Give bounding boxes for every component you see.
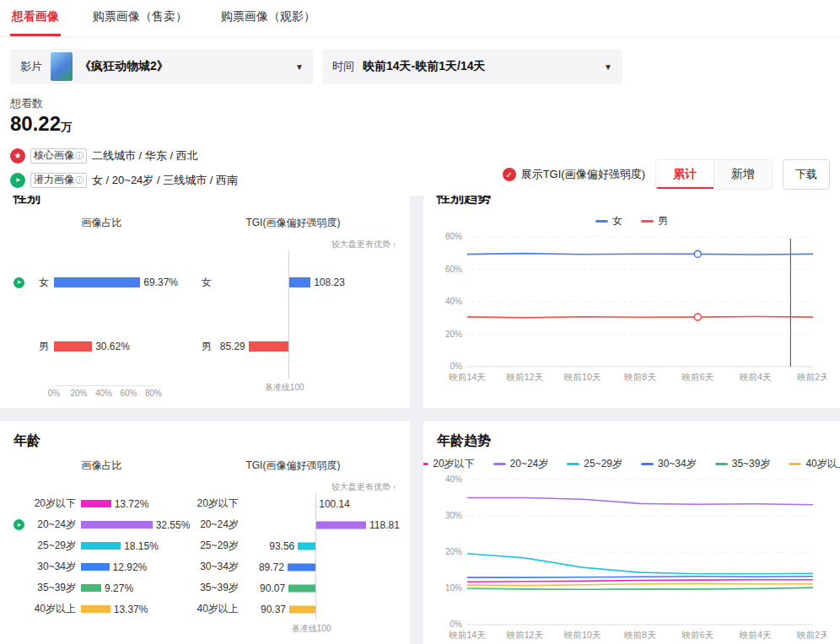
x-tick-label: 映前8天 — [624, 630, 656, 640]
header: 想看画像 购票画像（售卖） 购票画像（观影） 影片 《疯狂动物城2》 ▼ 时间 … — [0, 0, 840, 196]
bar — [54, 341, 92, 352]
value-label: 32.55% — [156, 519, 191, 531]
bar — [288, 277, 310, 287]
up-arrow-icon: ↑ — [392, 483, 396, 492]
baseline-line — [315, 493, 316, 620]
bar-row: 40岁以上13.37% — [13, 598, 190, 620]
y-tick-label: 80% — [445, 232, 462, 241]
time-select-label: 时间 — [332, 59, 354, 74]
age-charts: 画像占比 20岁以下13.72%➤20~24岁32.55%25~29岁18.15… — [13, 459, 396, 635]
legend-item[interactable]: 20~24岁 — [493, 457, 549, 471]
tab-ticket-profile-watch[interactable]: 购票画像（观影） — [219, 0, 317, 36]
core-profile-tag[interactable]: 核心画像ⓘ — [30, 148, 87, 164]
tgi-row: 25~29岁93.56 — [190, 535, 396, 556]
x-tick-label: 映前12天 — [507, 630, 544, 640]
legend-dash-icon — [789, 463, 801, 465]
filter-bar: 影片 《疯狂动物城2》 ▼ 时间 映前14天-映前1天/14天 ▼ — [10, 49, 830, 84]
movie-poster — [51, 52, 73, 81]
age-tgi-section: TGI(画像偏好强弱度) 较大盘更有优势↑20岁以下100.1420~24岁11… — [190, 459, 396, 635]
bar-track: 18.15% — [81, 540, 169, 552]
value-label: 12.92% — [113, 561, 148, 573]
want-count-label: 想看数 — [10, 96, 830, 111]
value-label: 18.15% — [124, 540, 159, 552]
legend-label: 30~34岁 — [658, 457, 697, 471]
legend-item[interactable]: 40岁以上 — [789, 457, 840, 471]
x-axis: 0%20%40%60%80% — [54, 385, 153, 399]
toggle-cumulative[interactable]: 累计 — [656, 160, 713, 189]
want-count-stat: 想看数 80.22万 — [10, 96, 830, 137]
panel-age: 年龄 画像占比 20岁以下13.72%➤20~24岁32.55%25~29岁18… — [0, 421, 410, 644]
bar — [81, 584, 101, 592]
potential-marker-icon: ➤ — [13, 277, 24, 288]
legend-item[interactable]: 30~34岁 — [641, 457, 697, 471]
gender-share-chart: ➤女69.37%男30.62%0%20%40%60%80% — [13, 239, 190, 399]
star-icon: ★ — [10, 148, 25, 164]
x-tick-label: 映前8天 — [624, 372, 656, 382]
tgi-rows: 20岁以下100.1420~24岁118.8125~29岁93.5630~34岁… — [190, 493, 396, 620]
x-tick-label: 映前10天 — [564, 372, 601, 382]
movie-select-label: 影片 — [20, 59, 42, 74]
x-tick-label: 映前6天 — [682, 372, 714, 382]
info-icon: ⓘ — [75, 174, 83, 186]
movie-select[interactable]: 影片 《疯狂动物城2》 ▼ — [10, 49, 314, 84]
legend-item[interactable]: 男 — [641, 214, 668, 228]
bar-track: 69.37% — [54, 276, 153, 288]
x-tick-label: 映前14天 — [449, 630, 486, 640]
tgi-row: 40岁以上90.37 — [190, 598, 396, 620]
axis-tick-label: 40% — [95, 389, 112, 398]
series-line-40岁以上 — [467, 583, 813, 585]
spacer — [13, 239, 190, 250]
download-button[interactable]: 下载 — [783, 159, 830, 190]
y-tick-label: 20% — [445, 547, 462, 556]
legend-item[interactable]: 35~39岁 — [715, 457, 771, 471]
x-tick-label: 映前2天 — [797, 630, 827, 640]
bar — [81, 500, 111, 507]
category-label: 35~39岁 — [27, 581, 76, 595]
bar-track: 32.55% — [81, 519, 169, 531]
series-line-男 — [467, 317, 813, 318]
bar-track: 13.37% — [81, 604, 169, 615]
bar-row: ➤20~24岁32.55% — [13, 514, 190, 535]
core-profile-desc: 二线城市 / 华东 / 西北 — [92, 148, 198, 164]
category-label: 男 — [27, 340, 49, 354]
legend-dash-icon — [641, 463, 654, 465]
time-select-value: 映前14天-映前1天/14天 — [363, 59, 485, 74]
series-line-35~39岁 — [467, 588, 813, 589]
legend-item[interactable]: 25~29岁 — [567, 457, 622, 471]
potential-profile-tag[interactable]: 潜力画像ⓘ — [30, 173, 87, 188]
trend-svg: 0%20%40%60%80%映前14天映前12天映前10天映前8天映前6天映前4… — [437, 230, 827, 387]
series-marker-女 — [694, 250, 701, 257]
potential-profile-desc: 女 / 20~24岁 / 三线城市 / 西南 — [92, 173, 238, 188]
bar-row: 25~29岁18.15% — [13, 535, 190, 556]
value-label: 69.37% — [143, 276, 178, 288]
legend-dash-icon — [423, 463, 428, 465]
value-label: 85.29 — [220, 341, 245, 352]
bar — [81, 521, 153, 529]
gender-share-section: 画像占比 ➤女69.37%男30.62%0%20%40%60%80% — [13, 216, 190, 399]
tgi-rows: 女108.23男85.29 — [190, 250, 396, 378]
gender-share-title: 画像占比 — [13, 216, 190, 230]
y-tick-label: 40% — [445, 475, 462, 484]
movie-select-value: 《疯狂动物城2》 — [79, 59, 169, 74]
tab-ticket-profile-sale[interactable]: 购票画像（售卖） — [91, 0, 189, 36]
panel-age-title: 年龄 — [13, 432, 396, 450]
value-label: 108.23 — [314, 276, 345, 288]
bar — [288, 584, 315, 592]
tgi-row: 35~39岁90.07 — [190, 577, 396, 598]
tgi-row: 20岁以下100.14 — [190, 493, 396, 514]
tab-want-to-see[interactable]: 想看画像 — [10, 0, 61, 36]
axis-tick-label: 60% — [120, 389, 137, 398]
age-tgi-title: TGI(画像偏好强弱度) — [190, 459, 396, 473]
y-tick-label: 30% — [445, 511, 462, 520]
time-range-select[interactable]: 时间 映前14天-映前1天/14天 ▼ — [322, 49, 622, 84]
category-label: 女 — [190, 276, 212, 290]
legend-item[interactable]: 20岁以下 — [423, 457, 475, 471]
toggle-new[interactable]: 新增 — [713, 160, 772, 189]
bar — [288, 563, 315, 571]
bar — [54, 277, 140, 287]
value-label: 9.27% — [105, 582, 133, 594]
bar — [81, 542, 121, 550]
tgi-toggle[interactable]: ✓ 展示TGI(画像偏好强弱度) — [503, 167, 645, 182]
tgi-toggle-label: 展示TGI(画像偏好强弱度) — [521, 167, 645, 182]
legend-item[interactable]: 女 — [595, 214, 622, 228]
